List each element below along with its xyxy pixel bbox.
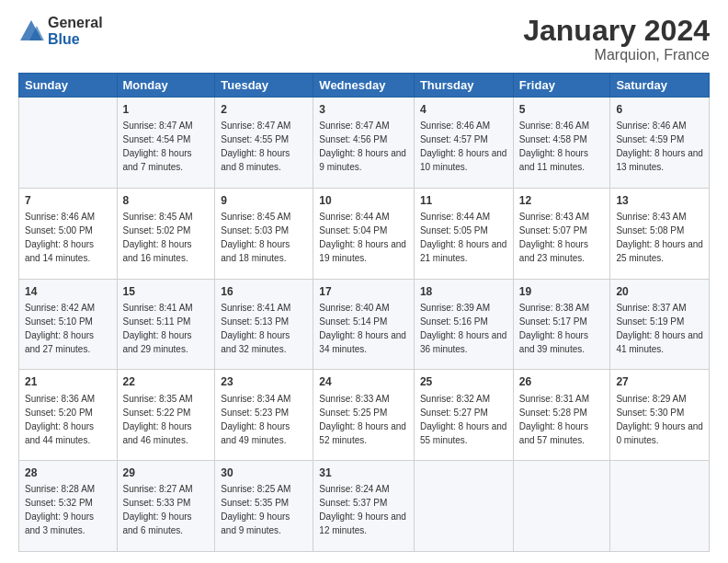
- calendar-cell: 30Sunrise: 8:25 AMSunset: 5:35 PMDayligh…: [215, 461, 313, 552]
- calendar-cell: 10Sunrise: 8:44 AMSunset: 5:04 PMDayligh…: [313, 188, 415, 279]
- calendar-cell: 23Sunrise: 8:34 AMSunset: 5:23 PMDayligh…: [215, 370, 313, 461]
- day-number: 12: [519, 193, 605, 208]
- page-subtitle: Marquion, France: [523, 47, 710, 63]
- logo-blue-text: Blue: [48, 31, 103, 48]
- day-number: 27: [616, 374, 703, 389]
- calendar: Sunday Monday Tuesday Wednesday Thursday…: [18, 73, 710, 552]
- day-number: 13: [616, 193, 703, 208]
- day-number: 1: [123, 102, 210, 117]
- calendar-cell: 6Sunrise: 8:46 AMSunset: 4:59 PMDaylight…: [610, 98, 710, 189]
- day-info: Sunrise: 8:46 AMSunset: 4:58 PMDaylight:…: [519, 121, 589, 172]
- day-number: 28: [25, 465, 111, 480]
- day-info: Sunrise: 8:41 AMSunset: 5:13 PMDaylight:…: [221, 303, 290, 354]
- calendar-cell: 7Sunrise: 8:46 AMSunset: 5:00 PMDaylight…: [19, 188, 118, 279]
- day-number: 25: [420, 374, 507, 389]
- day-info: Sunrise: 8:39 AMSunset: 5:16 PMDaylight:…: [420, 303, 507, 354]
- day-number: 3: [319, 102, 408, 117]
- calendar-body: 1Sunrise: 8:47 AMSunset: 4:54 PMDaylight…: [19, 98, 710, 552]
- header-sunday: Sunday: [19, 74, 118, 98]
- calendar-cell: 26Sunrise: 8:31 AMSunset: 5:28 PMDayligh…: [513, 370, 610, 461]
- day-info: Sunrise: 8:27 AMSunset: 5:33 PMDaylight:…: [123, 484, 193, 535]
- calendar-cell: 12Sunrise: 8:43 AMSunset: 5:07 PMDayligh…: [513, 188, 610, 279]
- day-number: 29: [123, 465, 210, 480]
- day-number: 15: [123, 284, 210, 299]
- header-thursday: Thursday: [414, 74, 513, 98]
- day-info: Sunrise: 8:29 AMSunset: 5:30 PMDaylight:…: [616, 394, 703, 445]
- logo-text: General Blue: [48, 15, 103, 47]
- day-info: Sunrise: 8:47 AMSunset: 4:55 PMDaylight:…: [221, 121, 290, 172]
- calendar-header: Sunday Monday Tuesday Wednesday Thursday…: [19, 74, 710, 98]
- calendar-cell: 29Sunrise: 8:27 AMSunset: 5:33 PMDayligh…: [117, 461, 215, 552]
- calendar-cell: 22Sunrise: 8:35 AMSunset: 5:22 PMDayligh…: [117, 370, 215, 461]
- calendar-cell: 14Sunrise: 8:42 AMSunset: 5:10 PMDayligh…: [19, 279, 118, 370]
- day-number: 19: [519, 284, 605, 299]
- day-info: Sunrise: 8:25 AMSunset: 5:35 PMDaylight:…: [221, 484, 290, 535]
- logo-general-text: General: [48, 15, 103, 31]
- day-number: 16: [221, 284, 307, 299]
- header-monday: Monday: [117, 74, 215, 98]
- page-title: January 2024: [523, 15, 710, 47]
- day-number: 17: [319, 284, 408, 299]
- calendar-cell: 25Sunrise: 8:32 AMSunset: 5:27 PMDayligh…: [414, 370, 513, 461]
- day-info: Sunrise: 8:44 AMSunset: 5:05 PMDaylight:…: [420, 212, 507, 263]
- day-number: 10: [319, 193, 408, 208]
- day-info: Sunrise: 8:40 AMSunset: 5:14 PMDaylight:…: [319, 303, 406, 354]
- day-info: Sunrise: 8:41 AMSunset: 5:11 PMDaylight:…: [123, 303, 193, 354]
- page: General Blue January 2024 Marquion, Fran…: [0, 0, 728, 563]
- calendar-table: Sunday Monday Tuesday Wednesday Thursday…: [18, 73, 710, 552]
- day-number: 11: [420, 193, 507, 208]
- calendar-cell: [513, 461, 610, 552]
- day-info: Sunrise: 8:45 AMSunset: 5:03 PMDaylight:…: [221, 212, 290, 263]
- day-info: Sunrise: 8:37 AMSunset: 5:19 PMDaylight:…: [616, 303, 703, 354]
- title-block: January 2024 Marquion, France: [523, 15, 710, 63]
- calendar-cell: 31Sunrise: 8:24 AMSunset: 5:37 PMDayligh…: [313, 461, 415, 552]
- calendar-cell: 16Sunrise: 8:41 AMSunset: 5:13 PMDayligh…: [215, 279, 313, 370]
- calendar-cell: 3Sunrise: 8:47 AMSunset: 4:56 PMDaylight…: [313, 98, 415, 189]
- calendar-cell: 24Sunrise: 8:33 AMSunset: 5:25 PMDayligh…: [313, 370, 415, 461]
- day-info: Sunrise: 8:31 AMSunset: 5:28 PMDaylight:…: [519, 394, 589, 445]
- calendar-cell: 4Sunrise: 8:46 AMSunset: 4:57 PMDaylight…: [414, 98, 513, 189]
- day-number: 7: [25, 193, 111, 208]
- calendar-week-2: 14Sunrise: 8:42 AMSunset: 5:10 PMDayligh…: [19, 279, 710, 370]
- calendar-cell: 9Sunrise: 8:45 AMSunset: 5:03 PMDaylight…: [215, 188, 313, 279]
- day-number: 2: [221, 102, 307, 117]
- day-number: 4: [420, 102, 507, 117]
- day-info: Sunrise: 8:32 AMSunset: 5:27 PMDaylight:…: [420, 394, 507, 445]
- calendar-cell: 27Sunrise: 8:29 AMSunset: 5:30 PMDayligh…: [610, 370, 710, 461]
- calendar-cell: 1Sunrise: 8:47 AMSunset: 4:54 PMDaylight…: [117, 98, 215, 189]
- day-info: Sunrise: 8:42 AMSunset: 5:10 PMDaylight:…: [25, 303, 95, 354]
- day-info: Sunrise: 8:47 AMSunset: 4:56 PMDaylight:…: [319, 121, 406, 172]
- calendar-cell: 19Sunrise: 8:38 AMSunset: 5:17 PMDayligh…: [513, 279, 610, 370]
- day-number: 26: [519, 374, 605, 389]
- calendar-cell: 2Sunrise: 8:47 AMSunset: 4:55 PMDaylight…: [215, 98, 313, 189]
- calendar-cell: 11Sunrise: 8:44 AMSunset: 5:05 PMDayligh…: [414, 188, 513, 279]
- day-number: 22: [123, 374, 210, 389]
- day-number: 14: [25, 284, 111, 299]
- day-info: Sunrise: 8:34 AMSunset: 5:23 PMDaylight:…: [221, 394, 290, 445]
- day-info: Sunrise: 8:47 AMSunset: 4:54 PMDaylight:…: [123, 121, 193, 172]
- day-info: Sunrise: 8:46 AMSunset: 5:00 PMDaylight:…: [25, 212, 95, 263]
- logo-icon: [18, 18, 44, 44]
- day-number: 5: [519, 102, 605, 117]
- calendar-week-0: 1Sunrise: 8:47 AMSunset: 4:54 PMDaylight…: [19, 98, 710, 189]
- day-info: Sunrise: 8:44 AMSunset: 5:04 PMDaylight:…: [319, 212, 406, 263]
- day-number: 6: [616, 102, 703, 117]
- calendar-week-1: 7Sunrise: 8:46 AMSunset: 5:00 PMDaylight…: [19, 188, 710, 279]
- day-number: 21: [25, 374, 111, 389]
- day-info: Sunrise: 8:46 AMSunset: 4:57 PMDaylight:…: [420, 121, 507, 172]
- calendar-cell: 18Sunrise: 8:39 AMSunset: 5:16 PMDayligh…: [414, 279, 513, 370]
- calendar-cell: [610, 461, 710, 552]
- day-info: Sunrise: 8:28 AMSunset: 5:32 PMDaylight:…: [25, 484, 95, 535]
- day-number: 9: [221, 193, 307, 208]
- calendar-cell: 17Sunrise: 8:40 AMSunset: 5:14 PMDayligh…: [313, 279, 415, 370]
- calendar-cell: 5Sunrise: 8:46 AMSunset: 4:58 PMDaylight…: [513, 98, 610, 189]
- day-number: 20: [616, 284, 703, 299]
- day-info: Sunrise: 8:24 AMSunset: 5:37 PMDaylight:…: [319, 484, 406, 535]
- header-wednesday: Wednesday: [313, 74, 415, 98]
- day-info: Sunrise: 8:33 AMSunset: 5:25 PMDaylight:…: [319, 394, 406, 445]
- day-number: 24: [319, 374, 408, 389]
- day-number: 18: [420, 284, 507, 299]
- day-number: 31: [319, 465, 408, 480]
- header: General Blue January 2024 Marquion, Fran…: [18, 15, 710, 63]
- calendar-cell: 13Sunrise: 8:43 AMSunset: 5:08 PMDayligh…: [610, 188, 710, 279]
